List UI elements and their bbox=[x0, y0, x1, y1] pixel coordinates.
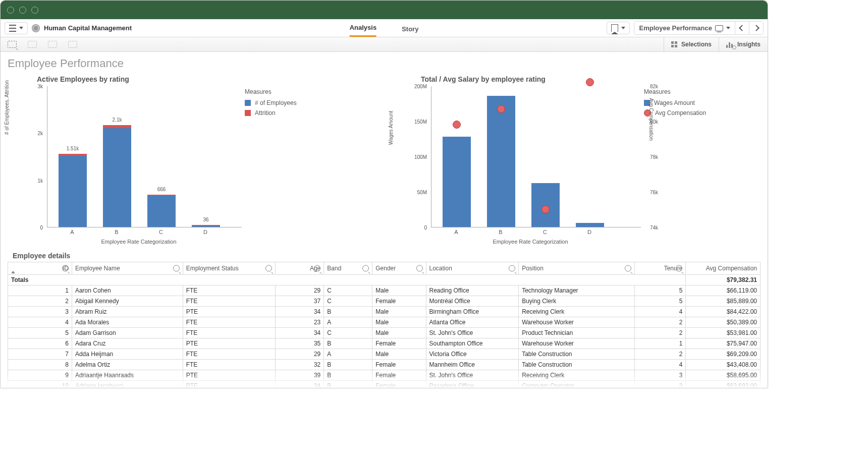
search-icon[interactable] bbox=[314, 265, 320, 272]
y2-tick: 74k bbox=[650, 225, 658, 231]
table-row[interactable]: 4Ada MoralesFTE23AMaleAtlanta OfficeWare… bbox=[8, 317, 761, 328]
table-row[interactable]: 2Abigail KennedyFTE37CFemaleMontréal Off… bbox=[8, 296, 761, 307]
chart-point[interactable] bbox=[497, 105, 505, 113]
table-cell: $50,389.00 bbox=[686, 317, 761, 328]
table-header-row: ID Employee Name Employment Status Age B… bbox=[8, 262, 761, 275]
search-icon[interactable] bbox=[676, 265, 682, 272]
table-cell: $84,422.00 bbox=[686, 307, 761, 317]
table-row[interactable]: 7Adda HeijmanFTE29AMaleVictoria OfficeTa… bbox=[8, 349, 761, 360]
search-icon[interactable] bbox=[416, 265, 423, 272]
chart-point[interactable] bbox=[586, 78, 594, 86]
sheet-selector[interactable]: Employee Performance bbox=[634, 22, 735, 34]
chevron-left-icon bbox=[739, 25, 745, 31]
table-row[interactable]: 5Adam GarrisonFTE34CMaleSt. John's Offic… bbox=[8, 328, 761, 338]
bookmarks-button[interactable] bbox=[607, 22, 630, 34]
table-cell: Adda Heijman bbox=[72, 349, 183, 360]
col-status[interactable]: Employment Status bbox=[183, 262, 276, 275]
col-gender[interactable]: Gender bbox=[372, 262, 426, 275]
search-icon[interactable] bbox=[362, 265, 369, 272]
table-cell: Warehouse Worker bbox=[519, 338, 635, 349]
table-cell: 3 bbox=[635, 370, 686, 381]
bar-value-label: 666 bbox=[157, 187, 166, 192]
insights-button[interactable]: Insights bbox=[719, 37, 768, 51]
search-icon[interactable] bbox=[625, 265, 631, 272]
table-totals-row: Totals$79,382.31 bbox=[8, 275, 761, 285]
table-cell: 8 bbox=[8, 360, 72, 370]
clear-selections-icon[interactable] bbox=[68, 41, 77, 48]
chart-bar[interactable]: 2.1k bbox=[103, 125, 131, 227]
col-location[interactable]: Location bbox=[426, 262, 519, 275]
window-close-icon[interactable] bbox=[7, 7, 14, 14]
col-id[interactable]: ID bbox=[8, 262, 72, 275]
x-axis-label: Employee Rate Categorization bbox=[417, 239, 644, 245]
table-cell: Abigail Kennedy bbox=[72, 296, 183, 307]
table-row[interactable]: 8Adelma OrtizFTE32BFemaleMannheim Office… bbox=[8, 360, 761, 370]
table-row[interactable]: 9Adriaantje HaanraadsPTE39BFemaleSt. Joh… bbox=[8, 370, 761, 381]
table-row[interactable]: 1Aaron CohenFTE29CMaleReading OfficeTech… bbox=[8, 285, 761, 296]
step-forward-icon[interactable] bbox=[48, 41, 57, 48]
table-cell: St. John's Office bbox=[426, 328, 519, 338]
smart-search-icon[interactable] bbox=[8, 41, 17, 48]
x-axis-label: Employee Rate Categorization bbox=[33, 239, 245, 245]
chart-active-employees[interactable]: Active Employees by rating # of Employee… bbox=[8, 75, 376, 245]
table-cell: 1 bbox=[635, 338, 686, 349]
table-row[interactable]: 3Abram RuizPTE34BMaleBirmingham OfficeRe… bbox=[8, 307, 761, 317]
x-tick: B bbox=[115, 229, 118, 235]
table-cell: 37 bbox=[276, 296, 324, 307]
search-icon[interactable] bbox=[509, 265, 515, 272]
tab-story[interactable]: Story bbox=[402, 25, 418, 37]
table-cell: 29 bbox=[276, 285, 324, 296]
search-icon[interactable] bbox=[173, 265, 180, 272]
chart-salary[interactable]: Total / Avg Salary by employee rating Wa… bbox=[392, 75, 761, 245]
y-tick: 2k bbox=[15, 131, 43, 136]
table-cell: 34 bbox=[276, 328, 324, 338]
prev-sheet-button[interactable] bbox=[735, 22, 749, 34]
x-tick: B bbox=[499, 229, 502, 235]
table-cell: 4 bbox=[635, 307, 686, 317]
col-name[interactable]: Employee Name bbox=[72, 262, 183, 275]
y2-tick: 76k bbox=[650, 190, 658, 195]
col-band[interactable]: Band bbox=[324, 262, 372, 275]
table-cell: Male bbox=[372, 307, 426, 317]
table-cell: FTE bbox=[183, 360, 276, 370]
chart-bar[interactable] bbox=[487, 96, 515, 227]
chart-point[interactable] bbox=[453, 121, 461, 129]
search-icon[interactable] bbox=[265, 265, 272, 272]
bookmark-icon bbox=[611, 24, 618, 32]
legend-swatch-icon bbox=[245, 110, 251, 116]
chart-point[interactable] bbox=[541, 205, 550, 213]
table-cell: Product Technician bbox=[519, 328, 635, 338]
table-row[interactable]: 10Adriana IacobucciPTE34BFemalePasadena … bbox=[8, 381, 761, 388]
chart-bar[interactable] bbox=[443, 137, 471, 227]
chart-bar[interactable]: 666 bbox=[147, 195, 176, 227]
chart-bar-segment-attrition bbox=[103, 125, 131, 128]
table-row[interactable]: 6Adara CruzPTE35BFemaleSouthampton Offic… bbox=[8, 338, 761, 349]
chart-bar[interactable] bbox=[576, 223, 604, 227]
table-cell: 7 bbox=[8, 349, 72, 360]
table-cell: Technology Manager bbox=[519, 285, 635, 296]
table-cell: 32 bbox=[276, 360, 324, 370]
chart-bar[interactable]: 36 bbox=[192, 225, 220, 227]
selection-bar: Selections Insights bbox=[1, 37, 768, 52]
next-sheet-button[interactable] bbox=[749, 22, 763, 34]
col-position[interactable]: Position bbox=[519, 262, 635, 275]
table-cell: $53,981.00 bbox=[686, 328, 761, 338]
table-cell: Montréal Office bbox=[426, 296, 519, 307]
search-icon[interactable] bbox=[62, 265, 69, 272]
table-cell: 4 bbox=[635, 360, 686, 370]
selections-tool-button[interactable]: Selections bbox=[664, 37, 719, 51]
table-cell: Computer Operator bbox=[519, 381, 635, 388]
step-back-icon[interactable] bbox=[28, 41, 37, 48]
col-age[interactable]: Age bbox=[276, 262, 324, 275]
col-tenure[interactable]: Tenure bbox=[635, 262, 686, 275]
chart-bar-segment-attrition bbox=[147, 195, 176, 196]
table-cell: Adriana Iacobucci bbox=[72, 381, 183, 388]
window-minimize-icon[interactable] bbox=[19, 7, 26, 14]
table-cell: 5 bbox=[8, 328, 72, 338]
menu-button[interactable] bbox=[5, 22, 28, 34]
employee-table[interactable]: ID Employee Name Employment Status Age B… bbox=[8, 262, 761, 388]
window-zoom-icon[interactable] bbox=[31, 7, 38, 14]
chart-bar[interactable]: 1.51k bbox=[59, 154, 87, 227]
tab-analysis[interactable]: Analysis bbox=[350, 24, 376, 37]
col-avg-compensation[interactable]: Avg Compensation bbox=[686, 262, 761, 275]
